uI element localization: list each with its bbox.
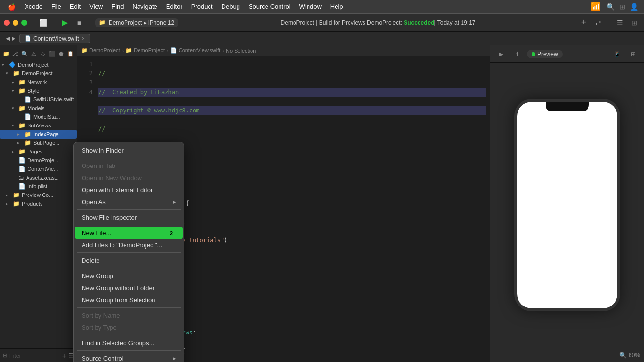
tab-close-icon[interactable]: ✕: [81, 36, 85, 41]
menu-file[interactable]: File: [47, 2, 65, 11]
menu-debug[interactable]: Debug: [218, 2, 244, 11]
tree-label: Pages: [28, 149, 42, 154]
minimize-button[interactable]: [13, 20, 18, 26]
ctx-label: Open with External Editor: [82, 186, 153, 194]
tab-contentview[interactable]: 📄 ContentView.swift ✕: [19, 34, 90, 43]
add-icon[interactable]: +: [578, 17, 589, 28]
source-control-icon[interactable]: ⎇: [11, 48, 19, 59]
bc-selection[interactable]: No Selection: [226, 48, 256, 54]
device-selector[interactable]: 📁 DemoProject ▸ iPhone 12: [95, 18, 178, 27]
stop-icon[interactable]: ■: [73, 17, 85, 28]
preview-footer: 🔍 60%: [490, 348, 644, 362]
forward-icon[interactable]: ▶: [12, 35, 15, 42]
arrow-icon: ▾: [12, 88, 16, 93]
apple-menu[interactable]: 🍎: [4, 3, 20, 11]
panel-toggle-icon[interactable]: ⊞: [629, 17, 640, 28]
ctx-show-file-inspector[interactable]: Show File Inspector: [75, 211, 183, 223]
tree-item-contentview[interactable]: ▸ 📄 ContentVie...: [0, 165, 77, 173]
filter-label: Filter: [9, 353, 21, 359]
search-icon[interactable]: 🔍: [20, 48, 28, 59]
arrow-icon: ▸: [6, 193, 11, 197]
maximize-button[interactable]: [21, 20, 27, 26]
file-icon: 📄: [18, 166, 26, 172]
ctx-label: Open As: [82, 198, 106, 206]
ctx-new-file[interactable]: New File... 2: [75, 227, 183, 239]
separator: [54, 18, 54, 28]
phone-notch: [546, 102, 589, 111]
ctx-source-control[interactable]: Source Control ▸: [75, 352, 183, 362]
ctx-find-in-selected-groups[interactable]: Find in Selected Groups...: [75, 337, 183, 349]
ctx-new-group[interactable]: New Group: [75, 270, 183, 282]
menu-window[interactable]: Window: [295, 2, 325, 11]
add-bottom-icon[interactable]: +: [62, 352, 66, 360]
ctx-new-group-from-selection[interactable]: New Group from Selection: [75, 294, 183, 306]
run-icon[interactable]: ▶: [59, 17, 70, 28]
tab-label: ContentView.swift: [33, 35, 79, 42]
tree-item-infoplist[interactable]: ▸ 📄 Info.plist: [0, 182, 77, 191]
tree-item-subviews[interactable]: ▾ 📁 SubViews: [0, 121, 77, 130]
play-icon[interactable]: ▶: [494, 47, 507, 61]
user-avatar: 👤: [628, 3, 640, 11]
tree-item-demoproject-folder[interactable]: ▾ 📁 DemoProject: [0, 69, 77, 78]
menu-editor[interactable]: Editor: [162, 2, 186, 11]
assets-icon: 🗂: [18, 174, 24, 181]
filter-icon: ⊞: [3, 352, 7, 359]
folder-icon: 📁: [18, 148, 26, 155]
ctx-show-in-finder[interactable]: Show in Finder: [75, 144, 183, 156]
menu-source-control[interactable]: Source Control: [245, 2, 294, 11]
sidebar-toggle-icon[interactable]: ⬜: [37, 17, 49, 28]
zoom-icon[interactable]: ⊞: [627, 47, 640, 61]
bc-sep: ›: [122, 48, 124, 54]
separator: [90, 18, 90, 28]
inspect-icon[interactable]: ℹ: [510, 47, 524, 61]
control-center-icon[interactable]: ⊞: [617, 3, 627, 11]
bc-file[interactable]: 📄 ContentView.swift: [170, 47, 221, 54]
warning-icon[interactable]: ⚠: [29, 48, 38, 59]
tree-item-indexpage[interactable]: ▸ 📁 IndexPage: [0, 130, 77, 139]
ctx-open-as[interactable]: Open As ▸: [75, 196, 183, 208]
inspector-toggle-icon[interactable]: ☰: [614, 17, 626, 28]
menu-edit[interactable]: Edit: [66, 2, 84, 11]
arrow-icon: ▸: [6, 201, 11, 206]
breakpoint-icon[interactable]: ⬟: [57, 48, 66, 59]
ctx-add-files[interactable]: Add Files to "DemoProject"...: [75, 239, 183, 251]
debug-icon[interactable]: ⬛: [48, 48, 56, 59]
phone-screen: [517, 102, 617, 308]
tree-item-subpage[interactable]: ▸ 📁 SubPage...: [0, 139, 77, 147]
menu-navigate[interactable]: Navigate: [128, 2, 161, 11]
ctx-open-with-external-editor[interactable]: Open with External Editor: [75, 184, 183, 196]
ctx-label: New Group from Selection: [82, 296, 155, 304]
menu-product[interactable]: Product: [187, 2, 217, 11]
menu-help[interactable]: Help: [326, 2, 347, 11]
tree-label: DemoProje...: [28, 157, 58, 163]
ctx-open-in-tab: Open in Tab: [75, 160, 183, 172]
tree-item-assets[interactable]: ▸ 🗂 Assets.xcas...: [0, 173, 77, 182]
close-button[interactable]: [4, 20, 10, 26]
tree-item-pages[interactable]: ▸ 📁 Pages: [0, 147, 77, 156]
layout-icon[interactable]: ⇄: [592, 17, 604, 28]
device-preview-icon[interactable]: 📱: [610, 47, 624, 61]
search-menu-icon[interactable]: 🔍: [604, 3, 616, 11]
back-icon[interactable]: ◀: [6, 35, 10, 42]
ctx-delete[interactable]: Delete: [75, 254, 183, 266]
tree-item-modelsta[interactable]: ▸ 📄 ModelSta...: [0, 112, 77, 121]
tree-item-previewco[interactable]: ▸ 📁 Preview Co...: [0, 191, 77, 199]
test-icon[interactable]: ◇: [39, 48, 47, 59]
tree-item-swiftuistyle[interactable]: ▸ 📄 SwiftUIStyle.swift: [0, 95, 77, 104]
report-icon[interactable]: 📋: [67, 48, 75, 59]
tree-item-style[interactable]: ▾ 📁 Style: [0, 86, 77, 95]
bc-folder[interactable]: 📁 DemoProject: [126, 47, 165, 54]
bc-project[interactable]: 📁 DemoProject: [81, 47, 120, 54]
tree-item-network[interactable]: ▸ 📁 Network: [0, 78, 77, 86]
menu-view[interactable]: View: [85, 2, 107, 11]
menu-find[interactable]: Find: [108, 2, 127, 11]
ctx-separator: [77, 335, 181, 335]
tree-item-demoproject-root[interactable]: ▾ 🔷 DemoProject: [0, 60, 77, 69]
tree-item-models[interactable]: ▾ 📁 Models: [0, 104, 77, 112]
preview-panel: ▶ ℹ Preview 📱 ⊞ 🔍 60%: [490, 45, 644, 362]
tree-item-demoproject-file[interactable]: ▸ 📄 DemoProje...: [0, 156, 77, 165]
tree-item-products[interactable]: ▸ 📁 Products: [0, 199, 77, 208]
ctx-new-group-without-folder[interactable]: New Group without Folder: [75, 282, 183, 294]
folder-icon[interactable]: 📁: [2, 48, 10, 59]
menu-xcode[interactable]: Xcode: [21, 2, 46, 11]
